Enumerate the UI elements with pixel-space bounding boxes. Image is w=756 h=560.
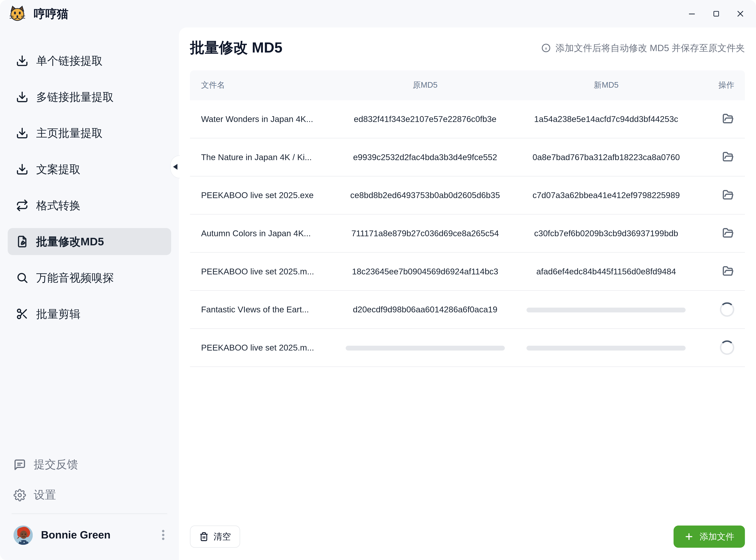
old-md5-cell: ce8bd8b2ed6493753b0ab0d2605d6b35 — [335, 190, 516, 200]
add-files-button[interactable]: 添加文件 — [674, 525, 745, 547]
old-md5-cell: e9939c2532d2fac4bda3b3d4e9fce552 — [335, 152, 516, 162]
open-folder-button[interactable] — [722, 151, 734, 163]
clear-button-label: 清空 — [214, 531, 231, 542]
plus-icon — [684, 532, 694, 541]
sidebar-footer: 提交反馈设置 — [0, 453, 179, 560]
table-row: Fantastic VIews of the Eart...d20ecdf9d9… — [190, 291, 745, 329]
folder-open-icon — [722, 265, 734, 278]
search-icon — [15, 271, 28, 284]
sidebar-item-主页批量提取[interactable]: 主页批量提取 — [8, 120, 171, 146]
loading-spinner — [720, 340, 734, 355]
sidebar-item-label: 设置 — [34, 487, 56, 502]
sidebar-item-label: 多链接批量提取 — [36, 89, 114, 104]
table-row: PEEKABOO live set 2025.exece8bd8b2ed6493… — [190, 176, 745, 215]
action-cell — [697, 302, 745, 317]
md5-progress-skeleton — [526, 307, 685, 313]
page-title: 批量修改 MD5 — [190, 38, 282, 58]
file-name-cell: Fantastic VIews of the Eart... — [190, 304, 335, 315]
trash-icon — [199, 532, 209, 541]
new-md5-cell: 1a54a238e5e14acfd7c94dd3bf44253c — [516, 114, 697, 124]
file-name-cell: Autumn Colors in Japan 4K... — [190, 228, 335, 239]
action-cell — [697, 227, 745, 240]
col-header-action: 操作 — [697, 80, 745, 91]
chevron-left-icon — [173, 164, 177, 170]
convert-icon — [15, 199, 28, 212]
sidebar-item-label: 批量修改MD5 — [36, 234, 104, 249]
open-folder-button[interactable] — [722, 113, 734, 125]
table-row: Autumn Colors in Japan 4K...711171a8e879… — [190, 215, 745, 253]
old-md5-cell: d20ecdf9d98b06aa6014286a6f0aca19 — [335, 304, 516, 315]
main-panel: 批量修改 MD5 添加文件后将自动修改 MD5 并保存至原文件夹 文件名 原MD… — [179, 27, 756, 560]
close-button[interactable] — [732, 6, 748, 22]
loading-spinner — [720, 302, 734, 317]
sidebar-item-批量修改MD5[interactable]: 批量修改MD5 — [8, 228, 171, 255]
footer-actions: 清空 添加文件 — [190, 525, 745, 547]
folder-open-icon — [722, 227, 734, 240]
old-md5-cell: 18c23645ee7b0904569d6924af114bc3 — [335, 266, 516, 277]
md5-progress-skeleton — [346, 346, 505, 351]
download-icon — [15, 91, 28, 103]
file-edit-icon — [15, 235, 28, 248]
action-cell — [697, 340, 745, 355]
folder-open-icon — [722, 113, 734, 125]
file-name-cell: PEEKABOO live set 2025.exe — [190, 190, 335, 200]
old-md5-cell — [335, 342, 516, 353]
file-name-cell: PEEKABOO live set 2025.m... — [190, 342, 335, 353]
table-row: Water Wonders in Japan 4K...ed832f41f343… — [190, 100, 745, 138]
col-header-filename: 文件名 — [190, 80, 335, 91]
app-window-stage: 哼哼猫 单个链接提取多链接批量提取主页批量提取文案提取格式转换批量修改MD5万能… — [0, 0, 756, 560]
minimize-button[interactable] — [684, 6, 700, 22]
open-folder-button[interactable] — [722, 189, 734, 202]
user-name: Bonnie Green — [41, 529, 111, 541]
sidebar: 单个链接提取多链接批量提取主页批量提取文案提取格式转换批量修改MD5万能音视频嗅… — [0, 27, 179, 560]
new-md5-cell: c30fcb7ef6b0209b3cb9d36937199bdb — [516, 228, 697, 239]
file-name-cell: PEEKABOO live set 2025.m... — [190, 266, 335, 277]
old-md5-cell: 711171a8e879b27c036d69ce8a265c54 — [335, 228, 516, 239]
action-cell — [697, 113, 745, 125]
folder-open-icon — [722, 189, 734, 202]
sidebar-item-文案提取[interactable]: 文案提取 — [8, 156, 171, 183]
add-files-button-label: 添加文件 — [700, 531, 734, 542]
info-note: 添加文件后将自动修改 MD5 并保存至原文件夹 — [541, 42, 745, 54]
table-body: Water Wonders in Japan 4K...ed832f41f343… — [190, 100, 745, 367]
sidebar-item-设置[interactable]: 设置 — [8, 483, 171, 507]
folder-open-icon — [722, 151, 734, 163]
main-header: 批量修改 MD5 添加文件后将自动修改 MD5 并保存至原文件夹 — [190, 38, 745, 58]
md5-progress-skeleton — [526, 346, 685, 351]
col-header-new-md5: 新MD5 — [516, 80, 697, 91]
file-name-cell: The Nature in Japan 4K / Ki... — [190, 152, 335, 162]
action-cell — [697, 189, 745, 202]
avatar — [14, 525, 33, 545]
sidebar-item-单个链接提取[interactable]: 单个链接提取 — [8, 47, 171, 74]
maximize-button[interactable] — [708, 6, 724, 22]
user-menu-button[interactable] — [159, 527, 167, 543]
app-window: 哼哼猫 单个链接提取多链接批量提取主页批量提取文案提取格式转换批量修改MD5万能… — [0, 0, 756, 560]
new-md5-cell — [516, 304, 697, 315]
new-md5-cell: c7d07a3a62bbea41e412ef9798225989 — [516, 190, 697, 200]
sidebar-item-万能音视频嗅探[interactable]: 万能音视频嗅探 — [8, 264, 171, 291]
clear-button[interactable]: 清空 — [190, 525, 240, 547]
sidebar-divider — [12, 513, 167, 514]
app-title: 哼哼猫 — [34, 6, 68, 21]
title-bar: 哼哼猫 — [0, 0, 756, 27]
md5-table: 文件名 原MD5 新MD5 操作 Water Wonders in Japan … — [190, 71, 745, 367]
table-row: PEEKABOO live set 2025.m... — [190, 329, 745, 367]
open-folder-button[interactable] — [722, 227, 734, 240]
sidebar-item-格式转换[interactable]: 格式转换 — [8, 192, 171, 219]
sidebar-item-批量剪辑[interactable]: 批量剪辑 — [8, 300, 171, 327]
sidebar-item-label: 提交反馈 — [34, 457, 78, 472]
sidebar-item-多链接批量提取[interactable]: 多链接批量提取 — [8, 83, 171, 111]
action-cell — [697, 151, 745, 163]
download-icon — [15, 126, 28, 139]
sidebar-item-label: 批量剪辑 — [36, 306, 80, 321]
action-cell — [697, 265, 745, 278]
open-folder-button[interactable] — [722, 265, 734, 278]
sidebar-item-label: 文案提取 — [36, 162, 80, 177]
table-header: 文件名 原MD5 新MD5 操作 — [190, 71, 745, 100]
new-md5-cell — [516, 342, 697, 353]
sidebar-item-label: 单个链接提取 — [36, 53, 103, 68]
table-row: PEEKABOO live set 2025.m...18c23645ee7b0… — [190, 253, 745, 291]
scissors-icon — [15, 307, 28, 320]
sidebar-item-提交反馈[interactable]: 提交反馈 — [8, 453, 171, 477]
download-icon — [15, 163, 28, 176]
